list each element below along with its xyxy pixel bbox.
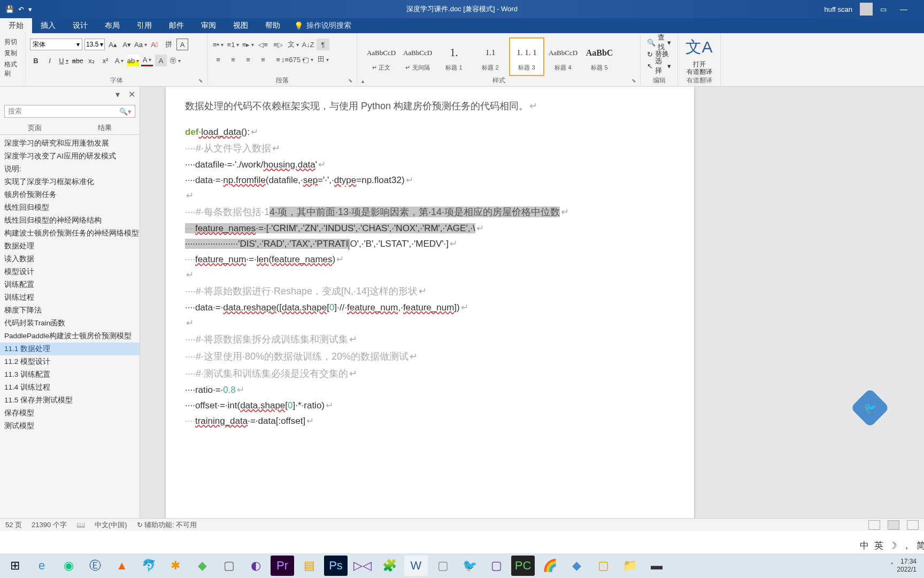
document-area[interactable]: 数据处理的代码不依赖框架实现，与使用 Python 构建房价预测任务的代码相同。…	[140, 87, 924, 518]
font-size-combo[interactable]: 13.5▾	[84, 39, 105, 50]
comma-icon[interactable]: ，	[902, 539, 911, 552]
style-heading3[interactable]: 1. 1. 1标题 3	[509, 37, 544, 76]
borders-button[interactable]: 田	[317, 54, 329, 65]
font-dialog-launcher[interactable]: ⬊	[198, 78, 205, 84]
shading-button[interactable]: ▢	[302, 54, 314, 65]
app-icon[interactable]: ▢	[431, 556, 455, 576]
chrome-icon[interactable]: 🌈	[538, 556, 561, 576]
tab-help[interactable]: 帮助	[257, 18, 289, 33]
nav-heading-item[interactable]: 训练过程	[0, 291, 140, 304]
sublime-icon[interactable]: ▤	[297, 556, 321, 576]
accessibility-status[interactable]: ↻ 辅助功能: 不可用	[137, 520, 197, 530]
superscript-button[interactable]: x²	[99, 55, 111, 66]
style-heading1[interactable]: 1.标题 1	[436, 37, 472, 76]
tell-me-search[interactable]: 💡 操作说明搜索	[294, 21, 351, 31]
nav-heading-item[interactable]: 模型设计	[0, 265, 140, 278]
app-icon[interactable]: Ⓔ	[83, 556, 107, 576]
qa-more-icon[interactable]: ▾	[28, 5, 32, 13]
undo-icon[interactable]: ↶	[18, 5, 24, 13]
copy-button[interactable]: 复制	[4, 49, 21, 58]
text-effects-button[interactable]: A	[113, 55, 125, 66]
nav-heading-item[interactable]: 深度学习的研究和应用蓬勃发展	[0, 137, 140, 150]
user-name[interactable]: huff scan	[824, 5, 852, 13]
italic-button[interactable]: I	[44, 55, 56, 66]
nav-heading-item[interactable]: 11.2 模型设计	[0, 355, 140, 368]
app-icon[interactable]: 🧩	[378, 556, 401, 576]
word-count[interactable]: 21390 个字	[32, 520, 67, 530]
terminal-icon[interactable]: ▬	[645, 556, 668, 576]
nav-heading-item[interactable]: 说明:	[0, 163, 140, 176]
print-layout-button[interactable]	[888, 520, 899, 530]
nav-heading-item[interactable]: 11.3 训练配置	[0, 368, 140, 381]
styles-dialog-launcher[interactable]: ⬊	[632, 78, 638, 84]
multilevel-button[interactable]: ≡▸	[242, 39, 255, 50]
increase-indent-button[interactable]: ≡▷	[272, 39, 284, 50]
bullets-button[interactable]: ≡•	[212, 39, 225, 50]
nav-search-input[interactable]: 搜索 🔍▾	[4, 105, 135, 118]
thunder-icon[interactable]: 🐦	[458, 556, 481, 576]
highlight-button[interactable]: ab	[127, 55, 139, 66]
paragraph-dialog-launcher[interactable]: ⬊	[348, 78, 355, 84]
grow-font-button[interactable]: A▴	[107, 39, 119, 50]
nav-heading-item[interactable]: 线性回归模型的神经网络结构	[0, 214, 140, 227]
shrink-font-button[interactable]: A▾	[121, 39, 133, 50]
select-button[interactable]: ↖选择▾	[645, 60, 673, 72]
nav-heading-item[interactable]: 训练配置	[0, 278, 140, 291]
word-icon[interactable]: W	[404, 556, 428, 576]
font-name-combo[interactable]: 宋体▾	[30, 39, 82, 50]
nav-heading-item[interactable]: 代码封装Train函数	[0, 317, 140, 330]
nav-heading-item[interactable]: 数据处理	[0, 240, 140, 253]
nav-tab-pages[interactable]: 页面	[0, 121, 70, 134]
clock[interactable]: 17:34 2022/1	[897, 558, 917, 574]
vlc-icon[interactable]: ▲	[110, 556, 134, 576]
numbering-button[interactable]: ≡1	[227, 39, 240, 50]
nav-heading-item[interactable]: PaddlePaddle构建波士顿房价预测模型	[0, 330, 140, 343]
strikethrough-button[interactable]: abc	[72, 55, 83, 66]
tab-view[interactable]: 视图	[225, 18, 257, 33]
nav-options-icon[interactable]: ▾	[116, 89, 120, 100]
premiere-icon[interactable]: Pr	[271, 556, 294, 576]
tab-mailings[interactable]: 邮件	[160, 18, 192, 33]
decrease-indent-button[interactable]: ◁≡	[257, 39, 270, 50]
align-center-button[interactable]: ≡	[227, 54, 240, 65]
dolphin-icon[interactable]: 🐬	[137, 556, 160, 576]
align-left-button[interactable]: ≡	[212, 54, 225, 65]
nav-heading-item[interactable]: 保存模型	[0, 407, 140, 420]
nav-heading-item[interactable]: 读入数据	[0, 253, 140, 265]
underline-button[interactable]: U	[58, 55, 70, 66]
nav-heading-item[interactable]: 实现了深度学习框架标准化	[0, 176, 140, 188]
nav-heading-item[interactable]: 11.4 训练过程	[0, 381, 140, 394]
tab-references[interactable]: 引用	[128, 18, 160, 33]
moon-icon[interactable]: ☽	[889, 540, 897, 551]
web-layout-button[interactable]	[907, 520, 919, 530]
find-button[interactable]: 🔍查找▾	[645, 36, 673, 48]
asian-layout-button[interactable]: 文	[287, 39, 299, 50]
phonetic-guide-button[interactable]: 拼	[163, 39, 174, 50]
character-border-button[interactable]: A	[176, 39, 188, 50]
nav-close-icon[interactable]: ✕	[128, 89, 135, 100]
sort-button[interactable]: A↓Z	[302, 39, 314, 50]
nav-tab-results[interactable]: 结果	[70, 121, 140, 134]
style-heading2[interactable]: 1.1标题 2	[473, 37, 508, 76]
tray-expand-icon[interactable]: ˄	[890, 562, 894, 569]
nav-heading-item[interactable]: 线性回归模型	[0, 201, 140, 214]
subscript-button[interactable]: x₂	[86, 55, 97, 66]
translate-button[interactable]: 文A 打开有道翻译	[682, 36, 716, 75]
page-number[interactable]: 52 页	[5, 520, 22, 530]
ime-simplified[interactable]: 简	[917, 539, 924, 552]
user-avatar-icon[interactable]	[860, 3, 873, 16]
line-spacing-button[interactable]: ↕≡675	[287, 54, 299, 65]
nav-heading-item[interactable]: 11.5 保存并测试模型	[0, 394, 140, 407]
format-painter-button[interactable]: 格式刷	[4, 60, 21, 78]
read-mode-button[interactable]	[868, 520, 880, 530]
clear-formatting-button[interactable]: A⃠	[149, 39, 160, 50]
justify-button[interactable]: ≡	[257, 54, 270, 65]
minimize-button[interactable]: —	[894, 1, 913, 17]
app-icon[interactable]: ◆	[565, 556, 588, 576]
ime-english[interactable]: 英	[874, 539, 883, 552]
align-right-button[interactable]: ≡	[242, 54, 255, 65]
app-icon[interactable]: ▢	[484, 556, 508, 576]
nav-heading-item[interactable]: 梯度下降法	[0, 304, 140, 317]
nav-heading-item[interactable]: 测试模型	[0, 420, 140, 432]
ribbon-display-icon[interactable]: ▭	[880, 5, 887, 13]
